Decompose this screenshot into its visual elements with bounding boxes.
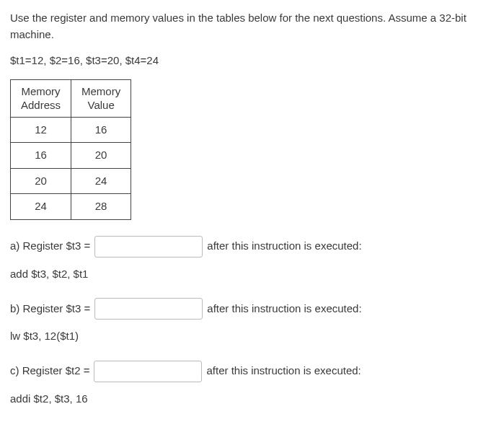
instruction-c: addi $t2, $t3, 16 (10, 391, 494, 408)
question-b-suffix: after this instruction is executed: (207, 301, 361, 317)
answer-input-c[interactable] (94, 361, 202, 382)
instruction-b: lw $t3, 12($t1) (10, 328, 494, 345)
instruction-a: add $t3, $t2, $t1 (10, 266, 494, 283)
register-values: $t1=12, $2=16, $t3=20, $t4=24 (10, 53, 494, 69)
table-row: 12 16 (11, 117, 131, 143)
answer-input-a[interactable] (94, 236, 203, 257)
question-a-prefix: a) Register $t3 = (10, 238, 90, 255)
question-a: a) Register $t3 = after this instruction… (10, 236, 494, 283)
question-c-prefix: c) Register $t2 = (10, 363, 89, 379)
question-c-suffix: after this instruction is executed: (206, 363, 361, 379)
header-value: Memory Value (71, 79, 131, 117)
intro-text: Use the register and memory values in th… (10, 10, 494, 43)
question-c: c) Register $t2 = after this instruction… (10, 361, 494, 408)
header-address: Memory Address (11, 79, 71, 117)
answer-input-b[interactable] (94, 298, 203, 320)
question-b-prefix: b) Register $t3 = (10, 301, 90, 317)
memory-table: Memory Address Memory Value 12 16 16 20 … (10, 79, 131, 220)
table-row: 16 20 (11, 143, 131, 169)
question-a-suffix: after this instruction is executed: (207, 238, 361, 255)
table-row: 24 28 (11, 194, 131, 220)
question-b: b) Register $t3 = after this instruction… (10, 298, 494, 345)
table-row: 20 24 (11, 168, 131, 194)
